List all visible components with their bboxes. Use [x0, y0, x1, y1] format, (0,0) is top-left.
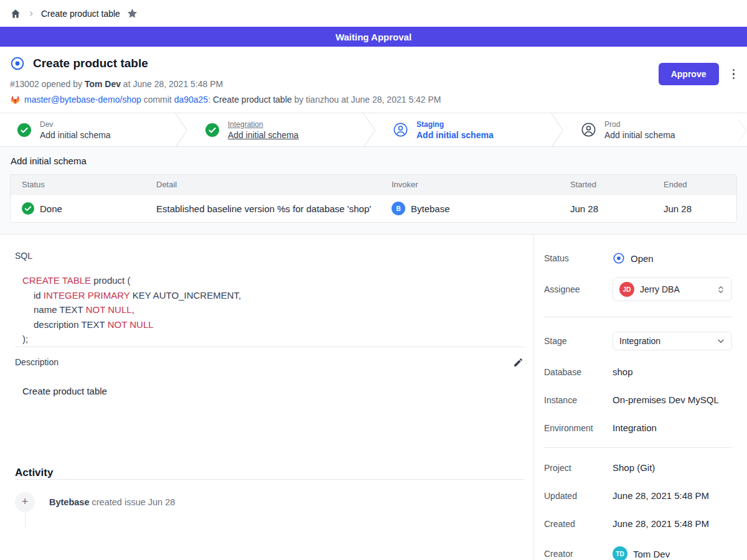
- vcs-commit-line: master@bytebase-demo/shop commit da90a25…: [10, 95, 737, 105]
- issue-meta-suffix: at June 28, 2021 5:48 PM: [121, 79, 223, 89]
- stage-env-label: Prod: [604, 120, 675, 129]
- pipeline-stages: Dev Add initial schema Integration Add i…: [0, 113, 747, 147]
- stage-separator: [738, 113, 747, 146]
- task-status: Done: [40, 203, 62, 214]
- divider: [544, 447, 732, 448]
- task-section: Add initial schema Status Detail Invoker…: [0, 147, 747, 235]
- gitlab-icon: [10, 95, 21, 105]
- breadcrumb-item[interactable]: Create product table: [41, 9, 120, 19]
- sql-label: SQL: [15, 251, 525, 261]
- project-value[interactable]: Shop (Git): [613, 462, 655, 473]
- task-detail: Established baseline version %s for data…: [156, 203, 371, 214]
- updated-label: Updated: [544, 491, 613, 501]
- activity-heading: Activity: [15, 467, 525, 479]
- edit-description-icon[interactable]: [512, 356, 525, 369]
- task-heading: Add initial schema: [11, 156, 737, 166]
- environment-label: Environment: [544, 423, 613, 433]
- open-status-icon: [613, 252, 625, 264]
- column-invoker: Invoker: [380, 175, 559, 194]
- instance-value[interactable]: On-premises Dev MySQL: [613, 394, 719, 405]
- instance-label: Instance: [544, 395, 613, 405]
- stage-task-label: Add initial schema: [228, 130, 299, 140]
- project-label: Project: [544, 463, 613, 473]
- vcs-branch-link[interactable]: master@bytebase-demo/shop: [24, 95, 141, 105]
- main-content: SQL CREATE TABLE product (id INTEGER PRI…: [0, 235, 533, 560]
- vcs-commit-suffix: by tianzhou at June 28, 2021 5:42 PM: [292, 95, 441, 105]
- column-status: Status: [11, 175, 145, 194]
- stage-env-label: Dev: [40, 120, 111, 129]
- column-started: Started: [559, 175, 652, 194]
- issue-open-icon: [10, 56, 25, 71]
- updated-value: June 28, 2021 5:48 PM: [613, 490, 709, 501]
- chevron-right-icon: [27, 10, 35, 17]
- status-banner-text: Waiting Approval: [336, 32, 411, 42]
- stage-pending-icon: [581, 123, 596, 137]
- activity-action: created issue Jun 28: [89, 497, 175, 507]
- issue-meta: #13002 opened by Tom Dev at June 28, 202…: [10, 79, 737, 89]
- creator-label: Creator: [544, 549, 613, 559]
- status-banner: Waiting Approval: [0, 27, 747, 47]
- star-icon[interactable]: [126, 7, 138, 19]
- table-row[interactable]: Done Established baseline version %s for…: [11, 194, 736, 222]
- description-content[interactable]: Create product table: [22, 386, 525, 396]
- done-check-icon: [22, 202, 34, 215]
- sql-line: id INTEGER PRIMARY KEY AUTO_INCREMENT,: [22, 288, 525, 303]
- issue-sidebar: Status Open Assignee JD Jerry DBA Stage: [533, 235, 747, 560]
- stage-integration[interactable]: Integration Add initial schema: [188, 113, 362, 146]
- status-label: Status: [544, 253, 613, 263]
- activity-item: + Bytebase created issue Jun 28: [15, 492, 525, 512]
- sql-line: );: [22, 332, 525, 347]
- stage-label: Stage: [544, 336, 613, 346]
- stage-separator: [362, 113, 376, 146]
- sql-line: description TEXT NOT NULL: [22, 317, 525, 332]
- vcs-commit-message: Create product table: [213, 95, 292, 105]
- stage-env-label: Integration: [228, 120, 299, 129]
- breadcrumb: Create product table: [0, 0, 747, 27]
- stage-pending-approval-icon: [393, 123, 408, 137]
- assignee-label: Assignee: [544, 284, 613, 294]
- home-icon[interactable]: [10, 8, 21, 19]
- assignee-value: Jerry DBA: [640, 284, 680, 294]
- creator-avatar: TD: [613, 546, 627, 560]
- stage-select[interactable]: Integration: [613, 332, 732, 350]
- stage-task-label: Add initial schema: [604, 130, 675, 140]
- page-title: Create product table: [33, 57, 148, 70]
- database-label: Database: [544, 367, 613, 377]
- approve-button[interactable]: Approve: [659, 63, 719, 85]
- stage-separator: [550, 113, 564, 146]
- created-label: Created: [544, 519, 613, 529]
- description-label: Description: [15, 357, 59, 367]
- environment-value: Integration: [613, 422, 657, 433]
- task-table-header: Status Detail Invoker Started Ended: [11, 175, 736, 194]
- stage-prod[interactable]: Prod Add initial schema: [564, 113, 738, 146]
- stage-done-icon: [205, 123, 219, 137]
- created-value: June 28, 2021 5:48 PM: [613, 518, 709, 529]
- sql-line: CREATE TABLE product (: [22, 273, 525, 288]
- stage-value: Integration: [619, 336, 660, 346]
- chevron-updown-icon: [716, 285, 725, 294]
- assignee-select[interactable]: JD Jerry DBA: [613, 278, 732, 301]
- more-actions-icon[interactable]: [729, 67, 739, 82]
- stage-env-label: Staging: [416, 120, 494, 129]
- chevron-down-icon: [716, 337, 725, 345]
- task-invoker: Bytebase: [411, 203, 450, 214]
- sql-line: name TEXT NOT NULL,: [22, 302, 525, 317]
- task-started: Jun 28: [570, 203, 598, 214]
- invoker-avatar: B: [392, 202, 405, 215]
- sql-code-block: CREATE TABLE product (id INTEGER PRIMARY…: [22, 273, 525, 347]
- divider: [15, 479, 525, 480]
- vcs-colon: :: [208, 95, 213, 105]
- issue-meta-prefix: #13002 opened by: [10, 79, 85, 89]
- stage-separator: [174, 113, 188, 146]
- stage-staging[interactable]: Staging Add initial schema: [376, 113, 550, 146]
- task-ended: Jun 28: [664, 203, 692, 214]
- stage-dev[interactable]: Dev Add initial schema: [0, 113, 174, 146]
- vcs-commit-hash-link[interactable]: da90a25: [174, 95, 209, 105]
- stage-done-icon: [17, 123, 31, 137]
- plus-icon: +: [15, 492, 35, 512]
- issue-author: Tom Dev: [85, 79, 121, 89]
- database-value[interactable]: shop: [613, 366, 633, 377]
- status-value: Open: [631, 253, 654, 264]
- column-ended: Ended: [652, 175, 736, 194]
- stage-task-label: Add initial schema: [416, 130, 494, 140]
